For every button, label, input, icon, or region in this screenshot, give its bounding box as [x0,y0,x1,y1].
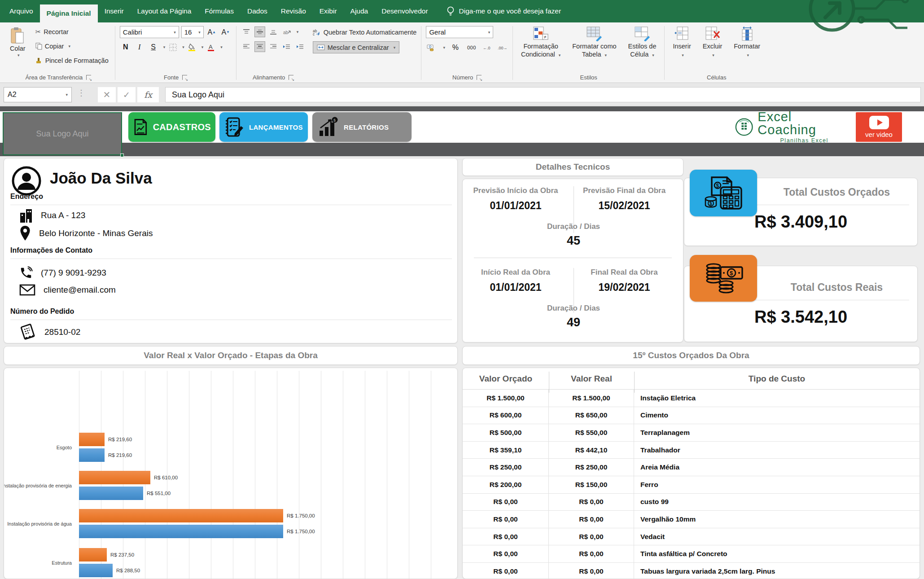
chart-bar-valor-real[interactable] [79,487,143,500]
tab-inserir[interactable]: Inserir [98,0,131,22]
cell-valor-real: R$ 0,00 [549,528,634,545]
styles-group-label: Estilos [514,73,664,83]
tab-página-inicial[interactable]: Página Inicial [40,4,98,22]
increase-decimal-button[interactable]: ←.0 [482,42,493,53]
underline-button[interactable]: S [148,41,159,53]
format-as-table-button[interactable]: Formatar comoTabela ▾ [569,26,620,58]
relatorios-button[interactable]: $ RELATÓRIOS [312,112,412,142]
delete-cells-button[interactable]: Excluir▾ [699,26,726,58]
accounting-format-button[interactable] [426,42,437,53]
cadastros-button[interactable]: CADASTROS [128,112,215,142]
cell-valor-orcado: R$ 600,00 [463,407,549,424]
tab-exibir[interactable]: Exibir [313,0,344,22]
fill-color-button[interactable] [187,42,197,53]
font-size-select[interactable]: 16 ▾ [181,26,204,38]
align-bottom-button[interactable] [268,26,279,37]
dropdown-caret: ▾ [652,53,654,57]
cancel-entry-button[interactable]: ✕ [98,87,116,102]
number-format-select[interactable]: Geral ▾ [426,26,493,38]
bold-button[interactable]: N [120,41,131,53]
cell-tipo-custo: Instação Eletrica [634,394,920,402]
table-row[interactable]: R$ 250,00R$ 250,00Areia Média [463,459,920,476]
chart-category-label: Estrutura [4,548,75,577]
tab-desenvolvedor[interactable]: Desenvolvedor [375,0,434,22]
decrease-indent-button[interactable] [281,41,292,52]
cell-valor-orcado: R$ 0,00 [463,545,549,562]
tellme-box[interactable]: Diga-me o que você deseja fazer [447,0,561,22]
confirm-entry-button[interactable]: ✓ [118,87,136,102]
table-row[interactable]: R$ 0,00R$ 0,00custo 99 [463,494,920,511]
table-row[interactable]: R$ 600,00R$ 650,00Cimento [463,407,920,425]
font-color-button[interactable]: A [206,42,216,53]
italic-button[interactable]: I [134,41,145,53]
format-painter-label: Pincel de Formatação [45,57,109,64]
lancamentos-button[interactable]: LANÇAMENTOS [219,112,308,142]
paste-button[interactable]: Colar ▾ [6,26,29,58]
comma-style-button[interactable]: 000 [466,42,477,53]
dialog-launcher-icon[interactable] [182,75,187,80]
name-box[interactable]: A2 ▾ [4,87,72,102]
table-row[interactable]: R$ 0,00R$ 0,00Tabuas largura variada 2,5… [463,563,920,579]
decrease-font-button[interactable]: A▼ [220,26,232,38]
tab-arquivo[interactable]: Arquivo [3,0,40,22]
table-row[interactable]: R$ 200,00R$ 150,00Ferro [463,476,920,494]
borders-button[interactable] [167,42,178,53]
formula-input[interactable]: Sua Logo Aqui [165,87,921,102]
planned-end-value: 15/02/2021 [598,200,650,212]
insert-function-button[interactable]: fx [137,87,159,102]
orientation-button[interactable]: ab [281,26,292,37]
chart-bar-valor-orçado[interactable] [79,433,105,446]
cell-styles-button[interactable]: Estilos deCélula ▾ [625,26,660,58]
table-row[interactable]: R$ 359,10R$ 442,10Trabalhador [463,442,920,459]
merge-center-button[interactable]: Mesclar e Centralizar ▾ [313,41,400,53]
clipboard-group-label: Área de Transferência [3,73,114,83]
align-middle-button[interactable] [254,26,265,37]
address-street: Rua A - 123 [41,211,85,220]
dropdown-caret: ▾ [201,45,204,49]
chart-bar-valor-orçado[interactable] [79,509,283,522]
align-center-button[interactable] [254,41,265,52]
tab-ajuda[interactable]: Ajuda [344,0,375,22]
cut-button[interactable]: ✂ Recortar [34,26,110,38]
selection-fill-handle[interactable] [120,154,124,157]
building-icon [19,208,33,223]
table-row[interactable]: R$ 0,00R$ 0,00Vedacit [463,528,920,546]
tab-layout-da-página[interactable]: Layout da Página [131,0,198,22]
align-right-button[interactable] [268,41,279,52]
align-top-button[interactable] [241,26,252,37]
decrease-decimal-button[interactable]: .00→ [497,42,508,53]
wrap-text-button[interactable]: abc Quebrar Texto Automaticamente [313,26,417,38]
borders-icon [169,44,177,51]
table-row[interactable]: R$ 500,00R$ 550,00Terraplanagem [463,424,920,442]
tab-fórmulas[interactable]: Fórmulas [198,0,241,22]
table-row[interactable]: R$ 0,00R$ 0,00Vergalhão 10mm [463,511,920,528]
chart-bar-valor-real[interactable] [79,525,283,538]
tab-dados[interactable]: Dados [241,0,274,22]
table-row[interactable]: R$ 1.500,00R$ 1.500,00Instação Eletrica [463,390,920,407]
dialog-launcher-icon[interactable] [477,75,482,80]
chart-bar-valor-orçado[interactable] [79,471,150,484]
delete-cells-icon [705,26,720,41]
chart-bar-valor-real[interactable] [79,448,105,462]
increase-indent-button[interactable] [295,41,306,52]
client-card: João Da Silva Endereço Rua A - 123 Belo … [4,158,458,343]
ver-video-button[interactable]: ver video [856,112,902,142]
format-painter-button[interactable]: Pincel de Formatação [34,55,110,66]
format-cells-button[interactable]: Formatar▾ [730,26,764,58]
align-left-button[interactable] [241,41,252,52]
dialog-launcher-icon[interactable] [289,75,293,80]
dialog-launcher-icon[interactable] [86,75,91,80]
logo-placeholder-cell[interactable]: Sua Logo Aqui [3,112,122,155]
chart-bar-valor-real[interactable] [79,564,113,577]
insert-cells-button[interactable]: Inserir▾ [669,26,694,58]
table-row[interactable]: R$ 0,00R$ 0,00Tinta asfáltica p/ Concret… [463,545,920,563]
phone-icon [19,266,33,280]
percent-button[interactable]: % [450,42,461,53]
increase-font-button[interactable]: A▲ [206,26,218,38]
font-family-select[interactable]: Calibri ▾ [120,26,179,38]
chart-card[interactable]: EsgotoR$ 219,60R$ 219,60Instalação provi… [4,368,458,579]
chart-bar-valor-orçado[interactable] [79,548,107,561]
copy-button[interactable]: Copiar ▾ [34,40,110,52]
tab-revisão[interactable]: Revisão [274,0,313,22]
conditional-formatting-button[interactable]: ≠ FormataçãoCondicional ▾ [517,26,564,58]
